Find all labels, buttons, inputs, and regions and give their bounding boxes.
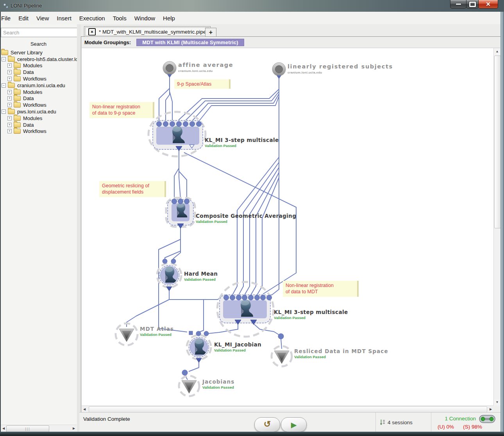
sticky-note[interactable]: 9-p Space/Atlas (174, 79, 231, 89)
tree-item-modules[interactable]: +Modules (1, 89, 76, 95)
input-port[interactable] (230, 295, 235, 300)
tree-item-cerebro-lsh5-data-cluster-lo[interactable]: −cerebro-lsh5.data.cluster.lo (1, 56, 76, 63)
scroll-down-icon[interactable]: ▼ (494, 399, 500, 405)
input-port[interactable] (248, 295, 254, 300)
tree-item-pws-loni-ucla-edu[interactable]: −pws.loni.ucla.edu (1, 108, 76, 115)
node-jcb[interactable] (179, 370, 199, 396)
module-grouping-chip[interactable]: MDT with KLMI (Multiscale Symmetric) (136, 39, 244, 46)
tree-item-workflows[interactable]: +Workflows (1, 128, 76, 135)
input-port[interactable] (197, 122, 202, 127)
sticky-note[interactable]: Non-linear registrationof data to MDT (283, 281, 359, 297)
input-port[interactable] (267, 295, 272, 300)
scrollbar-thumb[interactable] (494, 56, 501, 228)
expand-icon[interactable]: + (7, 103, 12, 107)
scroll-right-icon[interactable]: ▶ (488, 406, 493, 413)
scroll-right-icon[interactable]: ▶ (71, 425, 77, 432)
expand-icon[interactable]: + (7, 123, 12, 127)
node-hard[interactable] (157, 259, 181, 291)
tree-item-data[interactable]: +Data (1, 69, 76, 75)
minimize-button[interactable] (450, 0, 466, 9)
input-port[interactable] (236, 295, 241, 300)
expand-icon[interactable]: + (7, 90, 12, 94)
tree-item-workflows[interactable]: +Workflows (1, 102, 76, 108)
input-port[interactable] (204, 331, 209, 336)
menu-help[interactable]: Help (159, 15, 179, 22)
collapse-icon[interactable]: − (2, 109, 6, 114)
scrollbar-thumb[interactable]: ||| (6, 425, 49, 432)
input-port[interactable] (163, 259, 167, 264)
input-port[interactable] (183, 122, 188, 127)
menu-file[interactable]: File (0, 15, 14, 22)
scrollbar-thumb[interactable] (89, 406, 487, 413)
tree-item-modules[interactable]: +Modules (1, 115, 76, 122)
input-port[interactable] (172, 199, 177, 204)
collapse-icon[interactable]: − (2, 57, 6, 61)
input-port[interactable] (170, 122, 175, 127)
input-port[interactable] (182, 370, 188, 375)
sticky-note[interactable]: Non-linear registrationof data to 9-p sp… (89, 102, 154, 118)
input-port[interactable] (171, 259, 176, 264)
input-port[interactable] (184, 199, 189, 204)
expand-icon[interactable]: + (7, 70, 12, 74)
input-port[interactable] (224, 295, 229, 300)
tab-close-icon[interactable]: ✕ (88, 28, 96, 36)
scroll-left-icon[interactable]: ◀ (1, 425, 6, 432)
tree-item-data[interactable]: +Data (1, 95, 76, 102)
node-m1[interactable] (148, 112, 206, 156)
output-port[interactable] (167, 74, 172, 78)
panel-splitter[interactable] (77, 24, 81, 432)
menu-execution[interactable]: Execution (75, 15, 109, 22)
tab-active-pipeline[interactable]: ✕ * MDT_with_KLMI_multiscale_symmetric.p… (84, 26, 211, 37)
sidebar-horizontal-scrollbar[interactable]: ◀ ||| ▶ (1, 425, 77, 432)
input-port[interactable] (177, 122, 182, 127)
input-port[interactable] (163, 122, 168, 127)
menu-view[interactable]: View (32, 15, 53, 22)
input-port[interactable] (189, 331, 193, 335)
input-port[interactable] (157, 122, 162, 127)
menu-window[interactable]: Window (130, 15, 159, 22)
input-port[interactable] (178, 199, 183, 204)
node-jac[interactable] (187, 331, 211, 362)
node-comp[interactable] (166, 198, 195, 228)
collapse-icon[interactable]: − (2, 83, 6, 88)
output-port[interactable] (277, 75, 281, 79)
tree-item-modules[interactable]: +Modules (1, 63, 76, 69)
input-port[interactable] (196, 331, 201, 336)
pipeline-canvas[interactable]: 9-p Space/AtlasNon-linear registrationof… (82, 48, 493, 405)
expand-icon[interactable]: + (7, 116, 12, 120)
canvas-vertical-scrollbar[interactable]: ▲ ▼ (493, 48, 500, 405)
node-affine[interactable] (163, 61, 176, 78)
menu-insert[interactable]: Insert (53, 15, 75, 22)
expand-icon[interactable]: + (7, 77, 12, 81)
tree-item-workflows[interactable]: +Workflows (1, 75, 76, 82)
menu-edit[interactable]: Edit (14, 15, 32, 22)
menu-tools[interactable]: Tools (109, 15, 130, 22)
node-m2[interactable] (217, 282, 273, 337)
input-port[interactable] (278, 334, 284, 339)
search-input[interactable] (1, 28, 78, 37)
input-port[interactable] (242, 295, 247, 300)
title-bar[interactable]: LONI Pipeline ✕ (0, 0, 504, 12)
close-button[interactable]: ✕ (478, 0, 498, 9)
tree-item-data[interactable]: +Data (1, 122, 76, 128)
tree-item-server-library[interactable]: Server Library (1, 49, 76, 56)
canvas-horizontal-scrollbar[interactable]: ◀ ▶ (82, 405, 493, 413)
output-port[interactable] (166, 287, 172, 291)
input-port[interactable] (190, 122, 195, 127)
scroll-left-icon[interactable]: ◀ (82, 406, 87, 413)
connection-toggle-icon[interactable] (479, 415, 495, 423)
input-port[interactable] (261, 295, 266, 300)
expand-icon[interactable]: + (7, 96, 12, 100)
node-linreg[interactable] (272, 63, 286, 79)
maximize-button[interactable] (466, 0, 479, 9)
sticky-note[interactable]: Geometric reslicing ofdisplacement field… (99, 181, 166, 197)
node-resl[interactable] (272, 334, 292, 366)
output-port[interactable] (196, 358, 202, 362)
scroll-up-icon[interactable]: ▲ (494, 48, 500, 55)
input-port[interactable] (255, 295, 260, 300)
run-button[interactable]: ▶ (281, 417, 307, 432)
new-tab-button[interactable]: + (205, 28, 216, 37)
tree-item-cranium-loni-ucla-edu[interactable]: −cranium.loni.ucla.edu (1, 82, 76, 89)
expand-icon[interactable]: + (7, 63, 12, 68)
sessions-cell[interactable]: 4 sessions (375, 413, 431, 432)
